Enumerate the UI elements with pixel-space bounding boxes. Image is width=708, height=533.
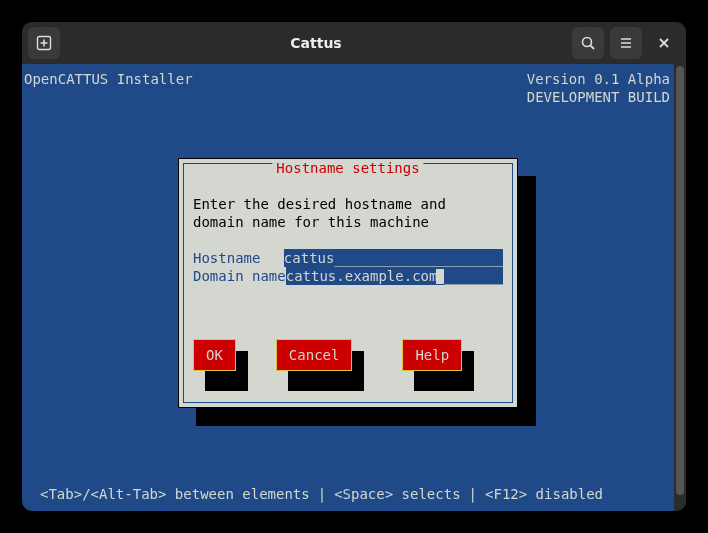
search-icon [580, 35, 596, 51]
separator: | [469, 485, 477, 503]
cancel-button[interactable]: Cancel [276, 339, 353, 371]
new-tab-icon [36, 35, 52, 51]
domain-label: Domain name [193, 267, 286, 285]
scrollbar[interactable] [674, 64, 686, 511]
ok-button[interactable]: OK [193, 339, 236, 371]
dialog-buttons: OK Cancel Help [193, 339, 503, 379]
dialog-instruction: Enter the desired hostname and domain na… [193, 195, 503, 231]
hint-space: <Space> selects [334, 485, 460, 503]
menu-button[interactable] [610, 27, 642, 59]
build-line: DEVELOPMENT BUILD [527, 88, 670, 106]
domain-row: Domain name cattus.example.com_______ [193, 267, 503, 285]
separator: | [318, 485, 326, 503]
installer-name: OpenCATTUS Installer [24, 70, 193, 88]
version-info: Version 0.1 Alpha DEVELOPMENT BUILD [527, 70, 670, 106]
terminal-window: Cattus OpenCATTUS Installer Version 0.1 … [22, 22, 686, 511]
new-tab-button[interactable] [28, 27, 60, 59]
hostname-dialog: Hostname settings Enter the desired host… [178, 158, 518, 408]
dialog-body: Enter the desired hostname and domain na… [193, 195, 503, 285]
hostname-padding: ____________________ [334, 250, 503, 266]
hostname-row: Hostname cattus____________________ [193, 249, 503, 267]
hostname-input[interactable]: cattus____________________ [284, 249, 503, 267]
hamburger-icon [618, 35, 634, 51]
domain-padding: _______ [444, 268, 503, 284]
terminal-viewport: OpenCATTUS Installer Version 0.1 Alpha D… [22, 64, 686, 511]
help-button[interactable]: Help [402, 339, 462, 371]
hostname-label: Hostname [193, 249, 284, 267]
version-line: Version 0.1 Alpha [527, 70, 670, 88]
close-button[interactable] [648, 27, 680, 59]
dialog-title: Hostname settings [272, 159, 423, 177]
hint-tab: <Tab>/<Alt-Tab> between elements [40, 485, 310, 503]
svg-line-4 [591, 46, 595, 50]
svg-point-3 [583, 38, 592, 47]
footer-hints: <Tab>/<Alt-Tab> between elements | <Spac… [40, 485, 670, 503]
close-icon [656, 35, 672, 51]
scrollbar-thumb[interactable] [676, 66, 684, 495]
titlebar: Cattus [22, 22, 686, 64]
window-title: Cattus [66, 35, 566, 51]
search-button[interactable] [572, 27, 604, 59]
domain-input[interactable]: cattus.example.com_______ [286, 267, 504, 285]
hint-f12: <F12> disabled [485, 485, 603, 503]
